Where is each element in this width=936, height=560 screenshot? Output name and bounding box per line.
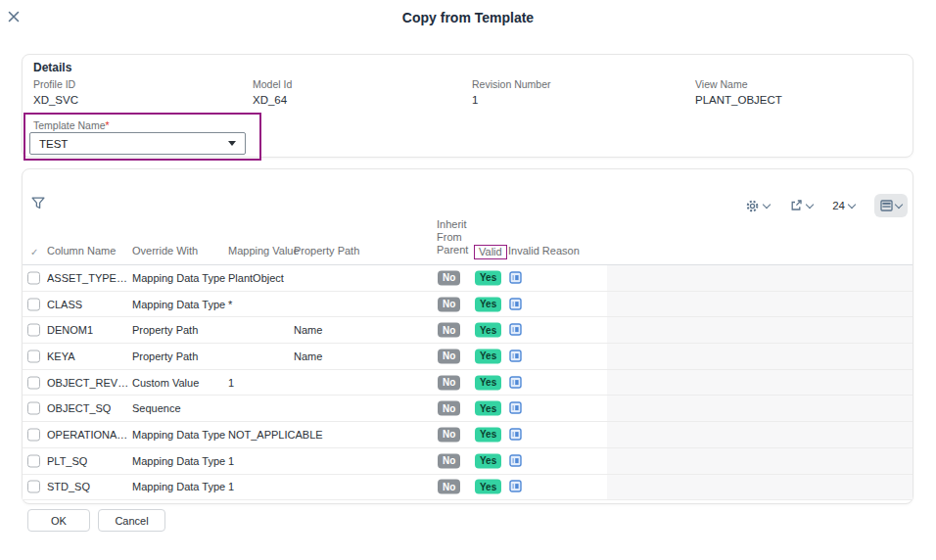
inherit-from-parent-badge: No xyxy=(438,297,460,311)
cell-column-name: ASSET_TYPE_DB xyxy=(47,272,129,284)
row-filler xyxy=(607,370,913,396)
invalid-reason-note-icon[interactable] xyxy=(509,453,523,468)
cell-column-name: STD_SQ xyxy=(47,481,90,492)
row-filler xyxy=(607,396,913,421)
field-value: PLANT_OBJECT xyxy=(695,94,782,106)
inherit-from-parent-badge: No xyxy=(438,401,460,416)
table-row: CLASSMapping Data Type*NoYes xyxy=(23,292,913,318)
field-label: Revision Number xyxy=(472,78,551,90)
table-row: DENOM1Property PathNameNoYes xyxy=(23,317,913,344)
header-override-with: Override With xyxy=(132,245,198,257)
cell-override-with: Property Path xyxy=(132,324,198,336)
cell-mapping-value: PlantObject xyxy=(228,272,284,284)
field-profile-id: Profile ID XD_SVC xyxy=(33,78,210,112)
row-checkbox[interactable] xyxy=(27,428,40,441)
field-value: XD_SVC xyxy=(33,94,78,106)
cell-override-with: Sequence xyxy=(132,402,181,414)
row-filler xyxy=(607,292,913,317)
table-row: OBJECT_SQSequenceNoYes xyxy=(23,396,913,422)
header-valid: Valid xyxy=(474,245,507,259)
invalid-reason-note-icon[interactable] xyxy=(509,323,523,338)
invalid-reason-note-icon[interactable] xyxy=(509,297,523,311)
field-value: XD_64 xyxy=(253,94,287,106)
inherit-from-parent-badge: No xyxy=(438,453,460,468)
inherit-from-parent-badge: No xyxy=(438,480,460,494)
valid-badge: Yes xyxy=(475,427,501,442)
settings-gear-icon[interactable] xyxy=(745,199,770,213)
row-checkbox[interactable] xyxy=(27,481,40,493)
filter-icon[interactable] xyxy=(31,196,49,211)
ok-button[interactable]: OK xyxy=(27,509,90,532)
invalid-reason-note-icon[interactable] xyxy=(509,349,523,363)
template-name-selected-value: TEST xyxy=(39,138,68,150)
cell-override-with: Mapping Data Type xyxy=(132,455,225,467)
table-body: ASSET_TYPE_DBMapping Data TypePlantObjec… xyxy=(23,265,913,500)
cell-column-name: CLASS xyxy=(47,299,82,310)
table-toolbar: 24 xyxy=(745,194,908,217)
page-size-dropdown[interactable]: 24 xyxy=(832,200,855,211)
cell-override-with: Mapping Data Type xyxy=(132,429,225,441)
row-checkbox[interactable] xyxy=(27,402,40,415)
invalid-reason-note-icon[interactable] xyxy=(509,401,523,416)
header-mapping-value: Mapping Value xyxy=(228,245,300,257)
field-label: Profile ID xyxy=(33,78,75,90)
invalid-reason-note-icon[interactable] xyxy=(509,480,523,494)
table-row: PLT_SQMapping Data Type1NoYes xyxy=(23,448,913,475)
table-row: OBJECT_REVISIONCustom Value1NoYes xyxy=(23,370,913,397)
chevron-down-icon xyxy=(806,200,814,208)
valid-badge: Yes xyxy=(475,401,501,416)
cell-mapping-value: 1 xyxy=(228,377,234,389)
row-filler xyxy=(607,422,913,447)
export-icon[interactable] xyxy=(789,199,813,212)
field-label: Model Id xyxy=(253,78,292,90)
row-checkbox[interactable] xyxy=(27,324,40,337)
cell-column-name: OBJECT_SQ xyxy=(47,402,111,414)
invalid-reason-note-icon[interactable] xyxy=(509,375,523,390)
row-checkbox[interactable] xyxy=(27,271,40,284)
header-column-name: Column Name xyxy=(47,245,116,257)
invalid-reason-note-icon[interactable] xyxy=(509,427,523,442)
inherit-from-parent-badge: No xyxy=(438,349,460,363)
row-checkbox[interactable] xyxy=(27,376,40,389)
field-revision-number: Revision Number 1 xyxy=(472,78,648,112)
chevron-down-icon xyxy=(895,200,903,208)
cell-override-with: Mapping Data Type xyxy=(132,481,225,492)
row-filler xyxy=(607,317,913,343)
select-all-checkmark-icon[interactable]: ✓ xyxy=(30,247,38,257)
row-checkbox[interactable] xyxy=(27,298,40,310)
valid-badge: Yes xyxy=(475,349,501,363)
field-value: 1 xyxy=(472,94,478,106)
field-model-id: Model Id XD_64 xyxy=(253,78,429,112)
row-filler xyxy=(607,344,913,369)
field-label: View Name xyxy=(695,78,748,90)
valid-badge: Yes xyxy=(475,453,501,468)
dialog-title: Copy from Template xyxy=(0,10,936,25)
row-filler xyxy=(607,475,913,500)
details-section: Details Profile ID XD_SVC Model Id XD_64… xyxy=(22,54,913,158)
required-asterisk: * xyxy=(106,119,110,131)
details-section-title: Details xyxy=(33,61,71,74)
chevron-down-icon xyxy=(848,200,856,208)
inherit-from-parent-badge: No xyxy=(438,323,460,338)
row-filler xyxy=(607,265,913,291)
mapping-table-section: 24 ✓ Column Name Override With Mapping V… xyxy=(22,168,913,504)
annotation-box-valid: Valid xyxy=(474,245,507,259)
cell-mapping-value: * xyxy=(228,299,232,310)
view-switcher-button[interactable] xyxy=(874,194,908,217)
template-name-select[interactable]: TEST xyxy=(29,132,246,155)
cell-column-name: DENOM1 xyxy=(47,324,93,336)
row-checkbox[interactable] xyxy=(27,350,40,362)
table-view-icon xyxy=(880,200,893,211)
select-caret-icon xyxy=(228,141,236,146)
cell-property-path: Name xyxy=(294,324,322,336)
invalid-reason-note-icon[interactable] xyxy=(509,270,523,285)
row-checkbox[interactable] xyxy=(27,454,40,467)
field-view-name: View Name PLANT_OBJECT xyxy=(695,78,871,112)
table-header-row: ✓ Column Name Override With Mapping Valu… xyxy=(23,221,913,265)
cancel-button[interactable]: Cancel xyxy=(98,509,165,532)
cell-property-path: Name xyxy=(294,350,322,362)
row-filler xyxy=(607,448,913,474)
template-name-label: Template Name* xyxy=(33,119,110,131)
table-row: STD_SQMapping Data Type1NoYes xyxy=(23,475,913,501)
valid-badge: Yes xyxy=(475,480,501,494)
